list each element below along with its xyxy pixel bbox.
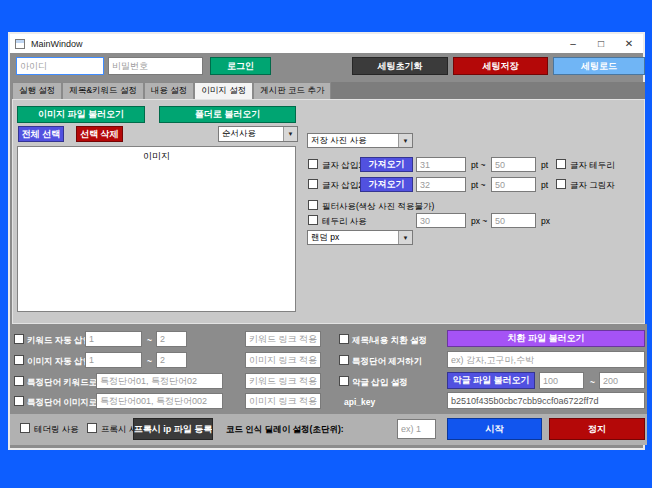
comment-max-input[interactable]: [599, 372, 645, 389]
remove-words-checkbox[interactable]: [339, 355, 349, 365]
title-bar: MainWindow – □ ✕: [10, 34, 643, 53]
window-controls: – □ ✕: [559, 34, 643, 53]
tab-run-settings[interactable]: 실행 설정: [12, 82, 62, 99]
keyword-from-input[interactable]: [85, 331, 142, 347]
keyword-auto-insert-checkbox[interactable]: [14, 334, 24, 344]
window-title: MainWindow: [31, 39, 83, 49]
proxy-ip-file-button[interactable]: 프록시 ip 파일 등록: [133, 418, 213, 440]
tab-title-keyword-settings[interactable]: 제목&키워드 설정: [62, 82, 144, 99]
image-link-url-input[interactable]: [245, 352, 321, 368]
load-image-file-button[interactable]: 이미지 파일 불러오기: [17, 106, 145, 123]
desktop-background: MainWindow – □ ✕ 로그인 세팅초기화 세팅저장 세팅로드 실행 …: [0, 0, 652, 488]
word-to-image-row: 특정단어 이미지로 변경 api_key: [10, 393, 647, 410]
text-insert2-range-label: pt ~: [471, 180, 485, 190]
main-window: MainWindow – □ ✕ 로그인 세팅초기화 세팅저장 세팅로드 실행 …: [8, 32, 645, 450]
chevron-down-icon: ▼: [283, 127, 297, 141]
text-insert2-max-input[interactable]: [491, 177, 536, 192]
image-from-input[interactable]: [85, 352, 142, 368]
proxy-checkbox[interactable]: [87, 423, 97, 433]
filter-checkbox[interactable]: [308, 200, 318, 210]
tab-board-code-add[interactable]: 게시판 코드 추가: [253, 82, 331, 99]
text-insert1-unit-label: pt: [541, 160, 548, 170]
api-key-label: api_key: [344, 397, 375, 407]
saved-photo-select[interactable]: 저장 사진 사용 ▼: [307, 133, 413, 148]
image-auto-insert-label: 이미지 자동 삽입: [27, 356, 91, 368]
border-min-input[interactable]: [416, 213, 466, 228]
border-use-label: 테두리 사용: [322, 216, 367, 228]
code-delay-input[interactable]: [397, 419, 436, 439]
border-max-input[interactable]: [491, 213, 536, 228]
word-to-image-input[interactable]: [96, 393, 223, 409]
border-row: 테두리 사용 px ~ px: [13, 213, 644, 230]
load-folder-button[interactable]: 폴더로 불러오기: [159, 106, 296, 123]
text-insert1-label: 글자 삽입1: [322, 160, 363, 172]
text-insert1-min-input[interactable]: [416, 157, 466, 172]
border-range-label: px ~: [471, 216, 487, 226]
remove-words-label: 특정단어 제거하기: [352, 356, 422, 368]
settings-load-button[interactable]: 세팅로드: [553, 57, 645, 75]
maximize-button[interactable]: □: [587, 34, 615, 53]
minimize-button[interactable]: –: [559, 34, 587, 53]
tethering-checkbox[interactable]: [20, 423, 30, 433]
text-shadow-checkbox[interactable]: [556, 179, 566, 189]
close-button[interactable]: ✕: [615, 34, 643, 53]
footer-bar: 테더링 사용 프록시 사용 프록시 ip 파일 등록 코드 인식 딜레이 설정(…: [10, 414, 647, 445]
comment-tilde-label: ~: [590, 377, 595, 387]
image-to-input[interactable]: [156, 352, 187, 368]
replace-settings-checkbox[interactable]: [339, 334, 349, 344]
comment-min-input[interactable]: [539, 372, 584, 389]
keyword-auto-insert-label: 키워드 자동 삽입: [27, 335, 91, 347]
text-border-label: 글자 테두리: [570, 160, 615, 172]
keyword-link-url-input[interactable]: [245, 331, 321, 347]
load-comment-file-button[interactable]: 악글 파일 불러오기: [447, 372, 535, 389]
text-insert2-checkbox[interactable]: [308, 179, 318, 189]
select-all-button[interactable]: 전체 선택: [18, 126, 64, 142]
load-replace-file-button[interactable]: 치환 파일 불러오기: [447, 330, 645, 347]
filter-label: 필터사용(색상 사진 적용불가): [322, 201, 434, 213]
replace-settings-label: 제목/내용 치환 설정: [352, 335, 427, 347]
text-insert2-min-input[interactable]: [416, 177, 466, 192]
remove-words-input[interactable]: [447, 351, 645, 368]
word-to-keyword-input[interactable]: [96, 373, 223, 389]
text-insert1-fetch-button[interactable]: 가져오기: [360, 157, 413, 172]
word-keyword-url-input[interactable]: [245, 373, 321, 389]
delete-selected-button[interactable]: 선택 삭제: [76, 126, 123, 142]
word-image-url-input[interactable]: [245, 393, 321, 409]
text-shadow-label: 글자 그림자: [570, 180, 615, 192]
text-insert-row-2: 글자 삽입2 가져오기 pt ~ pt 글자 그림자: [13, 177, 644, 194]
keyword-to-input[interactable]: [156, 331, 187, 347]
image-tilde-label: ~: [147, 356, 152, 366]
stop-button[interactable]: 정지: [549, 418, 645, 440]
chevron-down-icon: ▼: [398, 231, 412, 244]
keyword-tilde-label: ~: [147, 335, 152, 345]
code-delay-label: 코드 인식 딜레이 설정(초단위):: [226, 424, 344, 436]
random-px-select[interactable]: 랜덤 px ▼: [307, 230, 413, 245]
tab-image-settings[interactable]: 이미지 설정: [194, 82, 253, 99]
password-input[interactable]: [108, 57, 203, 75]
text-insert2-unit-label: pt: [541, 180, 548, 190]
chevron-down-icon: ▼: [398, 134, 412, 147]
tab-content-settings[interactable]: 내용 설정: [144, 82, 194, 99]
id-input[interactable]: [16, 57, 104, 75]
settings-save-button[interactable]: 세팅저장: [453, 57, 548, 75]
api-key-input[interactable]: [447, 392, 645, 409]
random-px-select-value: 랜덤 px: [311, 232, 339, 244]
word-to-keyword-checkbox[interactable]: [14, 376, 24, 386]
order-select[interactable]: 순서사용 ▼: [218, 126, 298, 142]
word-to-image-checkbox[interactable]: [14, 396, 24, 406]
comment-insert-label: 악글 삽입 설정: [352, 377, 408, 389]
saved-photo-select-value: 저장 사진 사용: [311, 135, 367, 147]
tab-bar: 실행 설정 제목&키워드 설정 내용 설정 이미지 설정 게시판 코드 추가: [12, 82, 645, 99]
text-insert1-range-label: pt ~: [471, 160, 485, 170]
image-auto-insert-checkbox[interactable]: [14, 355, 24, 365]
text-insert1-checkbox[interactable]: [308, 159, 318, 169]
text-border-checkbox[interactable]: [556, 159, 566, 169]
order-select-value: 순서사용: [222, 128, 256, 140]
start-button[interactable]: 시작: [447, 418, 542, 440]
border-use-checkbox[interactable]: [308, 215, 318, 225]
comment-insert-checkbox[interactable]: [339, 376, 349, 386]
text-insert1-max-input[interactable]: [491, 157, 536, 172]
settings-reset-button[interactable]: 세팅초기화: [352, 57, 448, 75]
login-button[interactable]: 로그인: [210, 57, 271, 75]
text-insert2-fetch-button[interactable]: 가져오기: [360, 177, 413, 192]
